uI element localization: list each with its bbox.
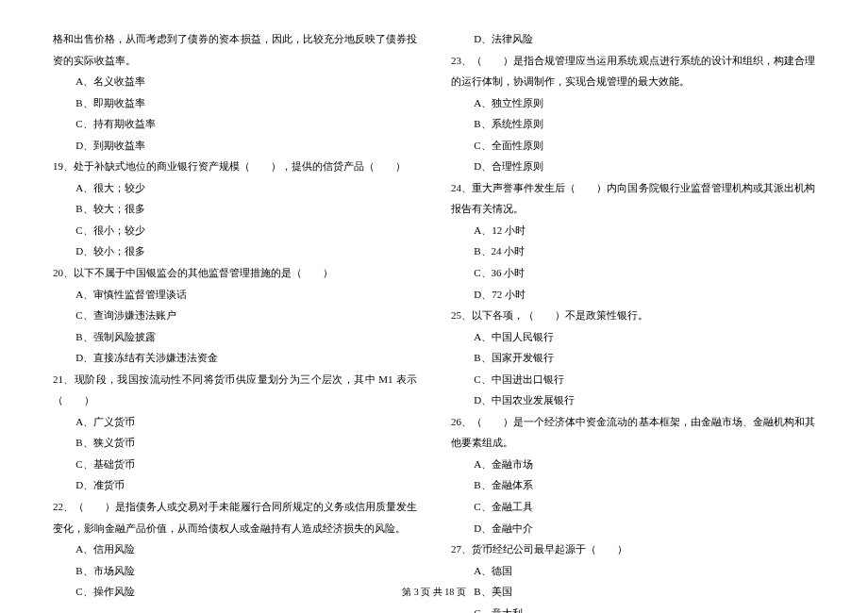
q19-option-c: C、很小；较少 bbox=[53, 220, 417, 241]
q25-text: 25、以下各项，（ ）不是政策性银行。 bbox=[451, 305, 815, 326]
q26-option-a: A、金融市场 bbox=[451, 454, 815, 475]
q21-option-c: C、基础货币 bbox=[53, 454, 417, 475]
q26-option-d: D、金融中介 bbox=[451, 518, 815, 539]
q19-option-d: D、较小；很多 bbox=[53, 240, 417, 262]
q21-option-d: D、准货币 bbox=[53, 474, 417, 496]
q20-option-d: D、直接冻结有关涉嫌违法资金 bbox=[53, 347, 417, 369]
q18-continuation: 格和出售价格，从而考虑到了债券的资本损益，因此，比较充分地反映了债券投资的实际收… bbox=[53, 28, 417, 71]
q18-option-a: A、名义收益率 bbox=[53, 71, 417, 92]
q23-option-b: B、系统性原则 bbox=[451, 113, 815, 135]
left-column: 格和出售价格，从而考虑到了债券的资本损益，因此，比较充分地反映了债券投资的实际收… bbox=[53, 28, 417, 613]
q27-option-c: C、意大利 bbox=[451, 603, 815, 613]
q23-option-c: C、全面性原则 bbox=[451, 135, 815, 157]
q26-text: 26、（ ）是一个经济体中资金流动的基本框架，由金融市场、金融机构和其他要素组成… bbox=[451, 411, 815, 454]
q25-option-c: C、中国进出口银行 bbox=[451, 369, 815, 390]
q18-option-b: B、即期收益率 bbox=[53, 92, 417, 114]
q24-option-c: C、36 小时 bbox=[451, 262, 815, 284]
q22-option-d: D、法律风险 bbox=[451, 28, 815, 50]
q24-text: 24、重大声誉事件发生后（ ）内向国务院银行业监督管理机构或其派出机构报告有关情… bbox=[451, 177, 815, 220]
q22-option-b: B、市场风险 bbox=[53, 560, 417, 582]
q27-option-a: A、德国 bbox=[451, 560, 815, 582]
q20-option-b: B、强制风险披露 bbox=[53, 326, 417, 348]
q24-option-a: A、12 小时 bbox=[451, 220, 815, 241]
q18-option-c: C、持有期收益率 bbox=[53, 113, 417, 135]
q23-option-a: A、独立性原则 bbox=[451, 92, 815, 114]
q24-option-d: D、72 小时 bbox=[451, 284, 815, 306]
q25-option-d: D、中国农业发展银行 bbox=[451, 389, 815, 411]
q21-text: 21、现阶段，我国按流动性不同将货币供应量划分为三个层次，其中 M1 表示（ ） bbox=[53, 369, 417, 411]
q22-text: 22、（ ）是指债务人或交易对手未能履行合同所规定的义务或信用质量发生变化，影响… bbox=[53, 496, 417, 538]
page-footer: 第 3 页 共 18 页 bbox=[0, 583, 868, 603]
q19-option-a: A、很大；较少 bbox=[53, 177, 417, 199]
q27-text: 27、货币经纪公司最早起源于（ ） bbox=[451, 538, 815, 560]
q22-option-a: A、信用风险 bbox=[53, 538, 417, 560]
q26-option-c: C、金融工具 bbox=[451, 496, 815, 518]
q20-option-c: C、查询涉嫌违法账户 bbox=[53, 305, 417, 326]
q21-option-a: A、广义货币 bbox=[53, 411, 417, 433]
q25-option-a: A、中国人民银行 bbox=[451, 326, 815, 348]
q25-option-b: B、国家开发银行 bbox=[451, 347, 815, 369]
q23-text: 23、（ ）是指合规管理应当运用系统观点进行系统的设计和组织，构建合理的运行体制… bbox=[451, 50, 815, 92]
q20-text: 20、以下不属于中国银监会的其他监督管理措施的是（ ） bbox=[53, 262, 417, 284]
q19-option-b: B、较大；很多 bbox=[53, 198, 417, 220]
q24-option-b: B、24 小时 bbox=[451, 240, 815, 262]
q23-option-d: D、合理性原则 bbox=[451, 156, 815, 177]
q26-option-b: B、金融体系 bbox=[451, 474, 815, 496]
right-column: D、法律风险 23、（ ）是指合规管理应当运用系统观点进行系统的设计和组织，构建… bbox=[451, 28, 815, 613]
q21-option-b: B、狭义货币 bbox=[53, 432, 417, 454]
q19-text: 19、处于补缺式地位的商业银行资产规模（ ），提供的信贷产品（ ） bbox=[53, 156, 417, 177]
q20-option-a: A、审慎性监督管理谈话 bbox=[53, 284, 417, 306]
q18-option-d: D、到期收益率 bbox=[53, 135, 417, 157]
